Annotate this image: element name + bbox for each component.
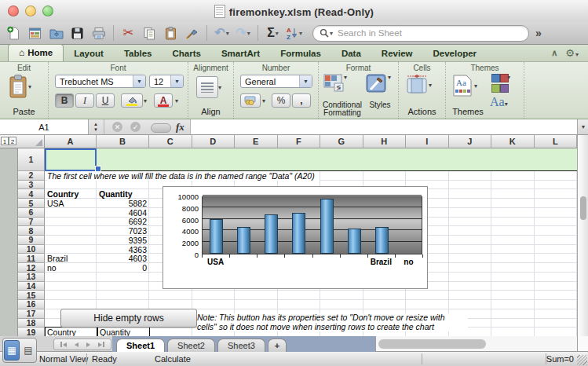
cell[interactable] — [535, 236, 578, 245]
currency-button[interactable] — [240, 93, 261, 108]
column-header-B[interactable]: B — [97, 135, 149, 148]
cell[interactable] — [45, 226, 97, 236]
row-header-19[interactable]: 19 — [18, 328, 45, 336]
cell[interactable] — [449, 254, 492, 263]
vertical-scrollbar-thumb[interactable] — [580, 196, 586, 220]
tab-data[interactable]: Data — [331, 46, 371, 61]
row-header-1[interactable]: 1 — [18, 148, 45, 171]
cell[interactable] — [45, 181, 97, 190]
cell[interactable] — [535, 300, 578, 309]
font-color-button[interactable]: A — [154, 93, 173, 108]
cell[interactable] — [491, 189, 535, 199]
page-layout-view-button[interactable]: ▤ — [21, 341, 35, 360]
cell[interactable] — [45, 273, 97, 282]
cell[interactable] — [449, 273, 492, 282]
cell[interactable] — [449, 291, 492, 300]
outline-level-2-button[interactable]: 2 — [9, 137, 16, 145]
cell[interactable] — [192, 291, 236, 300]
cut-icon[interactable]: ✂ — [118, 23, 139, 43]
row-header-11[interactable]: 11 — [18, 254, 45, 263]
column-header-J[interactable]: J — [449, 135, 492, 148]
percent-button[interactable]: % — [272, 93, 290, 108]
redo-icon[interactable]: ↷▾ — [232, 23, 254, 43]
column-header-C[interactable]: C — [149, 135, 192, 148]
search-input[interactable] — [336, 27, 496, 38]
cell[interactable] — [535, 171, 578, 181]
cell[interactable] — [535, 208, 578, 218]
cell[interactable] — [491, 282, 535, 291]
cell[interactable] — [449, 226, 492, 236]
cell[interactable] — [535, 309, 578, 319]
cell[interactable] — [535, 282, 578, 291]
column-header-L[interactable]: L — [535, 135, 578, 148]
select-all-corner[interactable]: 1 2 — [0, 135, 45, 148]
row-header-14[interactable]: 14 — [18, 282, 45, 291]
formula-input[interactable] — [190, 119, 578, 134]
cell[interactable] — [491, 300, 535, 309]
cell[interactable] — [149, 291, 192, 300]
embedded-bar-chart[interactable]: 0200040006000800010000USABrazilno — [163, 186, 428, 289]
autosum-icon[interactable]: Σ▾ — [262, 23, 283, 43]
sheet-tab-sheet3[interactable]: Sheet3 — [217, 339, 265, 352]
cell[interactable] — [320, 171, 363, 181]
cell[interactable] — [278, 291, 321, 300]
outline-level-1-button[interactable]: 1 — [1, 137, 9, 145]
theme-colors-button[interactable]: ▾ — [491, 74, 510, 93]
underline-button[interactable]: U — [96, 93, 115, 108]
cell[interactable] — [363, 291, 407, 300]
row-header-12[interactable]: 12 — [18, 263, 45, 273]
cell[interactable] — [235, 300, 278, 309]
row-header-15[interactable]: 15 — [18, 291, 45, 300]
cell[interactable] — [491, 226, 535, 236]
sheet-tab-sheet2[interactable]: Sheet2 — [167, 339, 215, 352]
cell[interactable] — [45, 291, 97, 300]
row-header-8[interactable]: 8 — [18, 226, 45, 236]
cell[interactable] — [406, 300, 449, 309]
add-sheet-button[interactable]: + — [268, 339, 287, 352]
collapse-ribbon-icon[interactable]: ∧ — [551, 48, 557, 58]
row-header-13[interactable]: 13 — [18, 273, 45, 282]
cell[interactable] — [491, 254, 535, 263]
column-header-K[interactable]: K — [491, 135, 535, 148]
cell[interactable] — [45, 218, 97, 227]
row-header-6[interactable]: 6 — [18, 208, 45, 218]
open-icon[interactable] — [46, 23, 67, 43]
bold-button[interactable]: B — [55, 93, 74, 108]
cell[interactable] — [97, 181, 149, 190]
cell[interactable] — [45, 208, 97, 218]
calculate-status[interactable]: Calculate — [155, 354, 191, 364]
column-header-E[interactable]: E — [235, 135, 278, 148]
cell[interactable] — [491, 181, 535, 190]
cell[interactable] — [535, 263, 578, 273]
normal-view-button[interactable]: ▦ — [4, 340, 20, 361]
comma-button[interactable]: , — [292, 93, 311, 108]
row-header-5[interactable]: 5 — [18, 199, 45, 208]
formula-builder-icon[interactable] — [151, 123, 171, 133]
row-header-18[interactable]: 18 — [18, 319, 45, 328]
cell[interactable] — [97, 282, 149, 291]
cell[interactable] — [535, 273, 578, 282]
cell[interactable] — [449, 263, 492, 273]
horizontal-scrollbar-thumb[interactable] — [378, 339, 486, 349]
number-format-select[interactable]: General▼ — [240, 75, 312, 88]
cell[interactable] — [449, 189, 492, 199]
selected-cell-a1[interactable] — [45, 148, 97, 171]
cell[interactable] — [449, 245, 492, 254]
print-icon[interactable] — [88, 23, 109, 43]
resize-grip[interactable] — [577, 355, 587, 365]
cell[interactable] — [491, 236, 535, 245]
themes-button[interactable]: Aa ▾ — [451, 74, 477, 97]
cell[interactable] — [491, 273, 535, 282]
cell[interactable] — [235, 291, 278, 300]
column-header-H[interactable]: H — [363, 135, 407, 148]
cell[interactable] — [45, 245, 97, 254]
cell[interactable] — [406, 291, 449, 300]
accept-icon[interactable]: ✓ — [130, 122, 141, 132]
cell[interactable] — [535, 245, 578, 254]
font-name-select[interactable]: Trebuchet MS▼ — [55, 75, 146, 88]
cell[interactable] — [192, 300, 236, 309]
styles-button[interactable]: ▾ — [366, 74, 391, 94]
cell[interactable] — [535, 328, 578, 336]
font-size-select[interactable]: 12▼ — [149, 75, 184, 88]
row-header-7[interactable]: 7 — [18, 218, 45, 227]
